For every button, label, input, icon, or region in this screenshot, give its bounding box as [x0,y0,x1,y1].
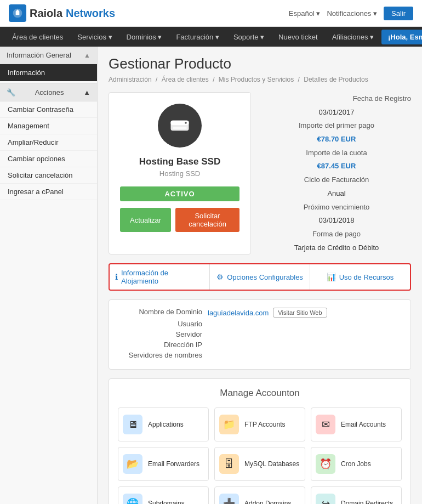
svg-rect-4 [173,127,187,129]
manage-item-mysql[interactable]: 🗄 MySQL Databases [214,447,305,481]
manage-item-email-forwarders[interactable]: 📂 Email Forwarders [118,447,209,481]
sidebar-section-info[interactable]: Información General ▲ [0,47,97,64]
chart-icon: 📊 [327,273,336,281]
product-actions: Actualizar Solicitar cancelación [120,208,239,232]
cuota-value: €87.45 EUR [262,160,411,173]
notifications-button[interactable]: Notificaciones ▾ [327,9,377,18]
logo-raiola-text: Raiola [30,7,62,20]
nameservers-label: Servidores de nombres [120,351,208,359]
language-selector[interactable]: Español ▾ [289,9,321,18]
addon-domains-icon: ➕ [219,494,239,504]
breadcrumb-productos[interactable]: Mis Productos y Servicios [219,76,294,83]
product-icon [158,104,202,148]
subdomains-icon: 🌐 [123,494,142,504]
breadcrumb-detalles[interactable]: Detalles de Productos [304,76,368,83]
manage-item-ftp[interactable]: 📁 FTP Accounts [214,407,305,441]
manage-item-applications[interactable]: 🖥 Applications [118,407,209,441]
ip-row: Dirección IP [120,341,400,349]
nav-facturacion[interactable]: Facturación ▾ [169,30,226,44]
status-badge: ACTIVO [120,186,239,201]
sidebar-item-cambiar-contrasena[interactable]: Cambiar Contraseña [0,101,97,118]
manage-item-addon-domains[interactable]: ➕ Addon Domains [214,486,305,504]
domain-redirects-icon: ↪ [316,494,335,504]
email-forwarders-label: Email Forwarders [148,460,199,468]
nameservers-row: Servidores de nombres [120,351,400,359]
product-card: Hosting Base SSD Hosting SSD ACTIVO Actu… [109,92,251,254]
manage-item-domain-redirects[interactable]: ↪ Domain Redirects [311,486,402,504]
tab-info-label: Información de Alojamiento [121,269,204,285]
sidebar-item-cambiar-opciones[interactable]: Cambiar opciones [0,151,97,167]
fecha-label: Fecha de Registro [262,92,411,106]
cuota-label: Importe de la cuota [262,146,411,160]
sidebar-item-solicitar-cancelacion[interactable]: Solicitar cancelación [0,167,97,184]
cron-icon: ⏰ [316,454,335,474]
sidebar-item-information[interactable]: Información [0,64,97,81]
top-header: Raiola Networks Español ▾ Notificaciones… [0,0,422,27]
breadcrumb-admin[interactable]: Administración [109,76,152,83]
gear-icon: ⚙ [216,273,224,281]
ftp-label: FTP Accounts [244,421,285,428]
logo: Raiola Networks [9,4,115,22]
chevron-up-icon2: ▲ [83,88,90,97]
nav-area-clientes[interactable]: Área de clientes [5,30,70,44]
email-accounts-label: Email Accounts [341,421,386,428]
sidebar-item-management[interactable]: Management [0,118,97,134]
manage-item-cron[interactable]: ⏰ Cron Jobs [311,447,402,481]
top-right-actions: Español ▾ Notificaciones ▾ Salir [289,7,413,20]
ip-label: Dirección IP [120,341,208,349]
main-layout: Información General ▲ Información 🔧 Acci… [0,47,422,504]
applications-label: Applications [148,421,184,428]
tab-uso-recursos[interactable]: 📊 Uso de Recursos [310,264,410,290]
manage-item-subdomains[interactable]: 🌐 Subdomains [118,486,209,504]
sidebar: Información General ▲ Información 🔧 Acci… [0,47,98,504]
domain-row: Nombre de Dominio laguiadelavida.com Vis… [120,308,400,318]
hosting-details: Nombre de Dominio laguiadelavida.com Vis… [109,299,411,370]
svg-point-3 [185,122,187,124]
user-label: Usuario [120,320,208,328]
nav-soporte[interactable]: Soporte ▾ [227,30,271,44]
nav-servicios[interactable]: Servicios ▾ [71,30,118,44]
breadcrumb-area[interactable]: Área de clientes [162,76,209,83]
sidebar-section-actions[interactable]: 🔧 Acciones ▲ [0,83,97,101]
sidebar-section-actions-label: Acciones [35,88,64,97]
nav-nuevo-ticket[interactable]: Nuevo ticket [272,30,324,44]
chevron-up-icon: ▲ [84,52,90,59]
logo-networks-text: Networks [66,7,115,20]
cancel-button[interactable]: Solicitar cancelación [175,208,239,232]
tabs-row: ℹ Información de Alojamiento ⚙ Opciones … [109,263,411,291]
nav-afiliaciones[interactable]: Afiliaciones ▾ [326,30,380,44]
visit-site-button[interactable]: Visitar Sitio Web [273,308,327,318]
logout-button[interactable]: Salir [384,7,413,20]
primer-pago-value: €78.70 EUR [262,133,411,146]
sidebar-item-ampliar[interactable]: Ampliar/Reducir [0,134,97,151]
addon-domains-label: Addon Domains [244,500,291,504]
logo-icon [9,4,26,22]
manage-item-email-accounts[interactable]: ✉ Email Accounts [311,407,402,441]
tab-info-alojamiento[interactable]: ℹ Información de Alojamiento [110,264,210,290]
product-area: Hosting Base SSD Hosting SSD ACTIVO Actu… [109,92,411,254]
tab-opciones-config[interactable]: ⚙ Opciones Configurables [210,264,310,290]
nav-bar: Área de clientes Servicios ▾ Dominios ▾ … [0,27,422,47]
sidebar-section-info-label: Información General [7,51,71,59]
forma-value: Tarjeta de Crédito o Débito [262,241,411,255]
tab-recursos-label: Uso de Recursos [339,273,394,281]
mysql-label: MySQL Databases [244,460,299,468]
server-row: Servidor [120,330,400,338]
main-content: Gestionar Producto Administración / Área… [98,47,422,504]
vencimiento-label: Próximo vencimiento [262,201,411,214]
forma-label: Forma de pago [262,228,411,241]
nav-user-greeting[interactable]: ¡Hola, Esmeralda! ▾ [381,30,422,44]
mysql-icon: 🗄 [219,454,239,474]
primer-pago-label: Importe del primer pago [262,119,411,133]
domain-redirects-label: Domain Redirects [341,500,393,504]
update-button[interactable]: Actualizar [120,208,171,232]
tab-opciones-label: Opciones Configurables [227,273,303,281]
fecha-value: 03/01/2017 [262,106,411,120]
breadcrumb: Administración / Área de clientes / Mis … [109,76,411,83]
manage-grid: 🖥 Applications 📁 FTP Accounts ✉ Email Ac… [118,407,402,504]
sidebar-item-ingresar-cpanel[interactable]: Ingresar a cPanel [0,184,97,200]
nav-dominios[interactable]: Dominios ▾ [120,30,169,44]
server-label: Servidor [120,330,208,338]
subdomains-label: Subdomains [148,500,185,504]
vencimiento-value: 03/01/2018 [262,214,411,228]
